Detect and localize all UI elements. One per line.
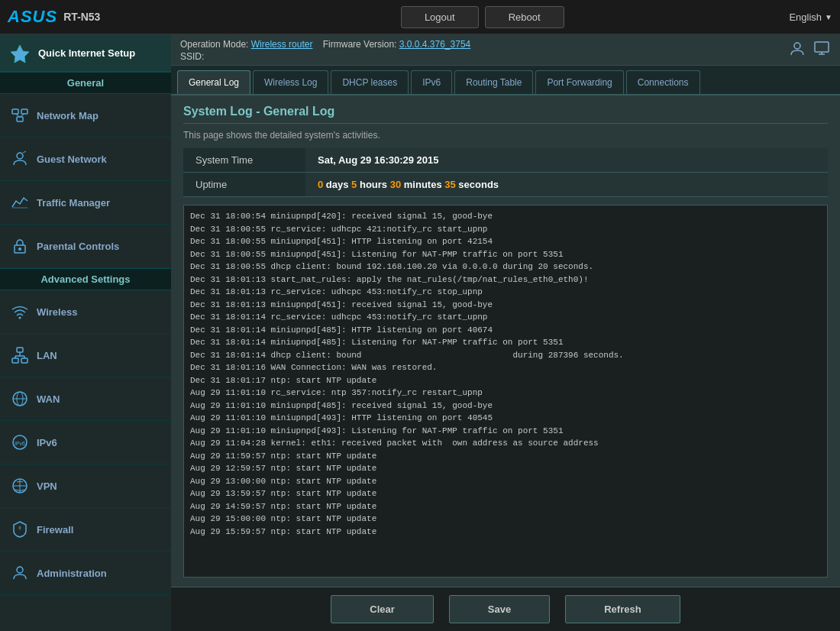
- svg-rect-14: [21, 358, 27, 363]
- tab-wireless-log[interactable]: Wireless Log: [253, 70, 328, 94]
- sidebar-item-firewall[interactable]: Firewall: [0, 508, 171, 552]
- svg-point-28: [794, 43, 800, 49]
- svg-point-10: [18, 248, 21, 251]
- parental-controls-label: Parental Controls: [37, 241, 119, 252]
- log-content[interactable]: Dec 31 18:00:54 miniupnpd[420]: received…: [184, 205, 827, 577]
- uptime-seconds-label: seconds: [458, 179, 499, 190]
- clear-button[interactable]: Clear: [331, 595, 434, 623]
- advanced-settings-header: Advanced Settings: [0, 268, 171, 290]
- svg-rect-2: [21, 109, 27, 114]
- wan-icon: [9, 388, 31, 409]
- sidebar-item-ipv6[interactable]: IPv6 IPv6: [0, 421, 171, 464]
- svg-rect-29: [815, 42, 829, 52]
- network-map-icon: [9, 105, 31, 126]
- tabs-bar: General Log Wireless Log DHCP leases IPv…: [171, 66, 840, 95]
- header-icons: [788, 39, 831, 57]
- uptime-label: Uptime: [183, 173, 305, 197]
- operation-mode-value[interactable]: Wireless router: [251, 39, 313, 50]
- lan-label: LAN: [37, 350, 57, 361]
- svg-point-6: [17, 153, 23, 159]
- tab-ipv6[interactable]: IPv6: [411, 70, 452, 94]
- ipv6-label: IPv6: [37, 437, 57, 448]
- info-table: System Time Sat, Aug 29 16:30:29 2015 Up…: [183, 148, 828, 197]
- svg-rect-3: [17, 117, 23, 121]
- wan-label: WAN: [37, 393, 60, 405]
- uptime-value: 0 days 5 hours 30 minutes 35 seconds: [305, 173, 828, 197]
- logo-area: ASUS RT-N53: [0, 7, 176, 27]
- top-bar: ASUS RT-N53 Logout Reboot English ▼: [0, 0, 840, 34]
- bottom-bar: Clear Save Refresh: [171, 587, 840, 631]
- uptime-seconds: 35: [444, 179, 455, 190]
- system-time-value: Sat, Aug 29 16:30:29 2015: [305, 148, 828, 173]
- administration-icon: [9, 562, 31, 584]
- parental-controls-icon: [9, 235, 31, 257]
- sidebar-item-wan[interactable]: WAN: [0, 377, 171, 421]
- svg-point-11: [19, 317, 21, 319]
- svg-point-27: [17, 567, 23, 573]
- monitor-icon[interactable]: [813, 39, 831, 57]
- page-title: System Log - General Log: [183, 105, 828, 124]
- sidebar-item-quick-setup[interactable]: Quick Internet Setup: [0, 34, 171, 72]
- svg-text:IPv6: IPv6: [15, 441, 25, 446]
- sidebar-item-vpn[interactable]: VPN: [0, 464, 171, 508]
- refresh-button[interactable]: Refresh: [565, 595, 680, 623]
- firmware-label: Firmware Version:: [323, 39, 397, 50]
- sidebar-item-parental-controls[interactable]: Parental Controls: [0, 225, 171, 268]
- page-content: System Log - General Log This page shows…: [171, 95, 840, 587]
- tab-dhcp-leases[interactable]: DHCP leases: [331, 70, 409, 94]
- main-layout: Quick Internet Setup General Network Map: [0, 34, 840, 631]
- guest-network-label: Guest Network: [37, 154, 107, 165]
- quick-setup-icon: [8, 40, 32, 65]
- tab-port-forwarding[interactable]: Port Forwarding: [535, 70, 623, 94]
- general-section-header: General: [0, 72, 171, 94]
- svg-marker-0: [11, 45, 29, 63]
- tab-connections[interactable]: Connections: [626, 70, 700, 94]
- top-buttons: Logout Reboot: [176, 6, 789, 28]
- user-icon[interactable]: [788, 39, 806, 57]
- system-time-label: System Time: [183, 148, 305, 173]
- sidebar-item-network-map[interactable]: Network Map: [0, 94, 171, 138]
- language-label: English: [789, 11, 822, 23]
- wireless-icon: [9, 301, 31, 322]
- uptime-minutes: 30: [390, 179, 401, 190]
- sidebar-item-administration[interactable]: Administration: [0, 552, 171, 595]
- svg-rect-1: [12, 109, 18, 114]
- reboot-button[interactable]: Reboot: [485, 6, 564, 28]
- uptime-days-label: days: [326, 179, 351, 190]
- sidebar-item-guest-network[interactable]: Guest Network: [0, 138, 171, 181]
- language-selector[interactable]: English ▼: [789, 11, 840, 23]
- traffic-manager-icon: [9, 192, 31, 213]
- firewall-icon: [9, 519, 31, 540]
- sidebar-item-lan[interactable]: LAN: [0, 334, 171, 377]
- model-name: RT-N53: [63, 11, 100, 23]
- log-container: Dec 31 18:00:54 miniupnpd[420]: received…: [183, 205, 828, 578]
- uptime-hours: 5: [351, 179, 357, 190]
- sidebar: Quick Internet Setup General Network Map: [0, 34, 171, 631]
- uptime-hours-label: hours: [360, 179, 390, 190]
- operation-mode-label: Operation Mode:: [180, 39, 248, 50]
- logout-button[interactable]: Logout: [401, 6, 479, 28]
- header-info: Operation Mode: Wireless router Firmware…: [171, 34, 840, 66]
- quick-setup-label: Quick Internet Setup: [38, 47, 135, 59]
- tab-routing-table[interactable]: Routing Table: [454, 70, 533, 94]
- asus-logo: ASUS: [8, 7, 57, 27]
- chevron-down-icon: ▼: [825, 13, 832, 21]
- svg-rect-8: [12, 207, 27, 209]
- traffic-manager-label: Traffic Manager: [37, 197, 110, 209]
- administration-label: Administration: [37, 568, 107, 579]
- page-description: This page shows the detailed system's ac…: [183, 130, 828, 141]
- wireless-label: Wireless: [37, 306, 77, 318]
- tab-general-log[interactable]: General Log: [177, 70, 250, 94]
- operation-mode-row: Operation Mode: Wireless router Firmware…: [180, 39, 470, 50]
- save-button[interactable]: Save: [449, 595, 550, 623]
- ssid-label: SSID:: [180, 51, 204, 62]
- firmware-version[interactable]: 3.0.0.4.376_3754: [399, 39, 470, 50]
- network-map-label: Network Map: [37, 110, 99, 121]
- svg-rect-12: [17, 348, 23, 352]
- lan-icon: [9, 345, 31, 366]
- ssid-row: SSID:: [180, 51, 470, 62]
- sidebar-item-wireless[interactable]: Wireless: [0, 290, 171, 334]
- sidebar-item-traffic-manager[interactable]: Traffic Manager: [0, 181, 171, 225]
- header-info-left: Operation Mode: Wireless router Firmware…: [180, 39, 470, 62]
- guest-network-icon: [9, 148, 31, 170]
